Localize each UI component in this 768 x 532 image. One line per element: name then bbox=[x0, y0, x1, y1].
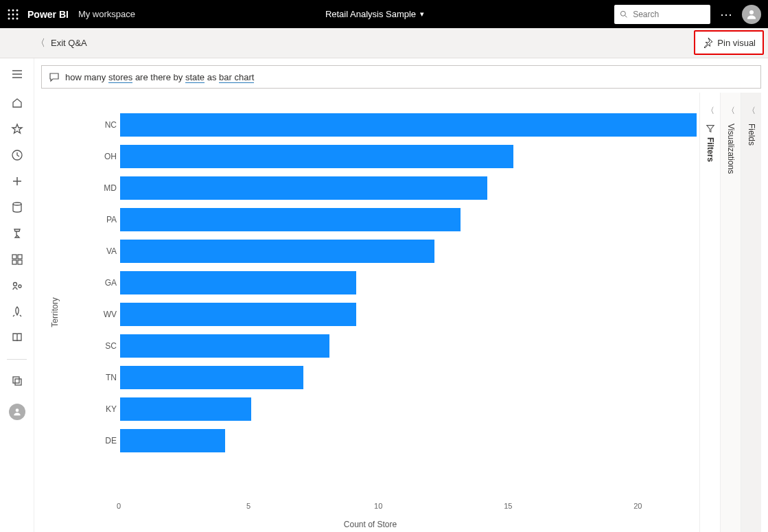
svg-rect-17 bbox=[18, 260, 22, 264]
filters-pane[interactable]: 〈 Filters bbox=[699, 93, 720, 532]
create-icon[interactable] bbox=[11, 175, 23, 187]
svg-rect-21 bbox=[15, 379, 21, 385]
datasets-icon[interactable] bbox=[11, 201, 23, 213]
bar-row[interactable]: TN bbox=[120, 366, 697, 389]
chart-plot-area: NCOHMDPAVAGAWVSCTNKYDE bbox=[82, 113, 697, 501]
qna-question-box[interactable]: how many stores are there by state as ba… bbox=[41, 65, 761, 89]
svg-rect-16 bbox=[12, 260, 16, 264]
visualizations-label: Visualizations bbox=[726, 124, 736, 174]
bar-row[interactable]: KY bbox=[120, 397, 697, 421]
bar-row[interactable]: WV bbox=[120, 303, 697, 326]
svg-rect-15 bbox=[18, 255, 22, 259]
pin-icon bbox=[702, 37, 713, 48]
favorites-icon[interactable] bbox=[11, 123, 23, 135]
chat-icon bbox=[49, 71, 60, 82]
user-avatar[interactable] bbox=[742, 5, 761, 24]
svg-rect-20 bbox=[13, 377, 19, 383]
main-content: how many stores are there by state as ba… bbox=[34, 58, 768, 532]
y-axis-label: Territory bbox=[50, 297, 60, 327]
my-workspace-icon[interactable] bbox=[9, 404, 25, 420]
product-name: Power BI bbox=[27, 9, 69, 20]
chart-region: Territory NCOHMDPAVAGAWVSCTNKYDE 0510152… bbox=[41, 93, 761, 532]
filters-label: Filters bbox=[706, 137, 715, 162]
bar[interactable] bbox=[120, 271, 356, 294]
bar-row[interactable]: NC bbox=[120, 113, 697, 137]
bar-row[interactable]: GA bbox=[120, 271, 697, 294]
nav-toggle-icon[interactable] bbox=[11, 68, 23, 80]
search-input[interactable] bbox=[631, 9, 705, 20]
bar-chart[interactable]: Territory NCOHMDPAVAGAWVSCTNKYDE 0510152… bbox=[41, 93, 699, 532]
svg-point-11 bbox=[749, 10, 754, 14]
svg-point-2 bbox=[16, 9, 19, 11]
bar[interactable] bbox=[120, 429, 225, 452]
nav-rail bbox=[0, 58, 34, 532]
category-label: DE bbox=[86, 436, 117, 446]
svg-point-5 bbox=[16, 13, 19, 15]
category-label: KY bbox=[86, 404, 117, 414]
x-tick: 20 bbox=[633, 502, 642, 510]
bar-row[interactable]: PA bbox=[120, 208, 697, 231]
panes: 〈 Filters 〈 Visualizations 〈 Fields bbox=[699, 93, 761, 532]
bar[interactable] bbox=[120, 113, 697, 137]
exit-qna-label: Exit Q&A bbox=[51, 38, 87, 48]
bar-row[interactable]: VA bbox=[120, 240, 697, 263]
app-body: how many stores are there by state as ba… bbox=[0, 58, 768, 532]
recent-icon[interactable] bbox=[11, 149, 23, 161]
svg-point-9 bbox=[620, 11, 625, 16]
workspace-name[interactable]: My workspace bbox=[78, 9, 135, 19]
pin-visual-label: Pin visual bbox=[717, 38, 756, 48]
bar-row[interactable]: OH bbox=[120, 145, 697, 168]
bar[interactable] bbox=[120, 397, 251, 421]
report-title[interactable]: Retail Analysis Sample bbox=[325, 9, 416, 19]
learn-icon[interactable] bbox=[11, 332, 23, 344]
svg-line-10 bbox=[625, 16, 627, 18]
bar-row[interactable]: MD bbox=[120, 176, 697, 200]
svg-rect-14 bbox=[12, 255, 16, 259]
svg-point-18 bbox=[13, 283, 16, 286]
category-label: OH bbox=[86, 152, 117, 161]
svg-point-22 bbox=[15, 408, 19, 412]
category-label: MD bbox=[86, 183, 117, 193]
bar[interactable] bbox=[120, 176, 487, 200]
fields-pane[interactable]: 〈 Fields bbox=[741, 93, 761, 532]
svg-point-7 bbox=[12, 17, 14, 19]
x-axis: 05101520 bbox=[119, 502, 690, 514]
bar-row[interactable]: SC bbox=[120, 334, 697, 358]
bar[interactable] bbox=[120, 366, 303, 389]
apps-icon[interactable] bbox=[11, 253, 23, 266]
chevron-left-icon[interactable]: 〈 bbox=[727, 105, 735, 117]
home-icon[interactable] bbox=[11, 97, 23, 109]
x-tick: 10 bbox=[374, 502, 382, 510]
chevron-down-icon[interactable]: ▾ bbox=[420, 10, 424, 19]
deployment-icon[interactable] bbox=[11, 305, 23, 318]
nav-divider bbox=[7, 359, 27, 360]
svg-point-13 bbox=[13, 203, 21, 205]
qna-toolbar: 〈 Exit Q&A Pin visual bbox=[0, 28, 768, 58]
svg-point-4 bbox=[12, 13, 14, 15]
qna-text: how many stores are there by state as ba… bbox=[65, 72, 254, 82]
app-launcher-icon[interactable] bbox=[7, 8, 19, 21]
bar-row[interactable]: DE bbox=[120, 429, 697, 452]
filter-icon bbox=[706, 124, 715, 133]
svg-point-19 bbox=[19, 285, 21, 288]
bar[interactable] bbox=[120, 240, 434, 263]
fields-label: Fields bbox=[747, 124, 756, 146]
category-label: GA bbox=[86, 278, 117, 288]
goals-icon[interactable] bbox=[11, 227, 23, 240]
category-label: NC bbox=[86, 120, 117, 130]
bar[interactable] bbox=[120, 145, 513, 168]
chevron-left-icon[interactable]: 〈 bbox=[747, 105, 756, 117]
pin-visual-button[interactable]: Pin visual bbox=[694, 30, 764, 55]
svg-point-8 bbox=[16, 17, 19, 19]
shared-icon[interactable] bbox=[11, 279, 23, 292]
x-axis-label: Count of Store bbox=[344, 520, 397, 529]
visualizations-pane[interactable]: 〈 Visualizations bbox=[720, 93, 741, 532]
workspaces-icon[interactable] bbox=[11, 375, 23, 387]
chevron-left-icon[interactable]: 〈 bbox=[706, 105, 714, 117]
bar[interactable] bbox=[120, 208, 461, 231]
global-search[interactable] bbox=[614, 5, 710, 24]
exit-qna-button[interactable]: 〈 Exit Q&A bbox=[36, 37, 87, 49]
more-options-icon[interactable]: ⋯ bbox=[720, 8, 732, 21]
bar[interactable] bbox=[120, 334, 329, 358]
bar[interactable] bbox=[120, 303, 356, 326]
